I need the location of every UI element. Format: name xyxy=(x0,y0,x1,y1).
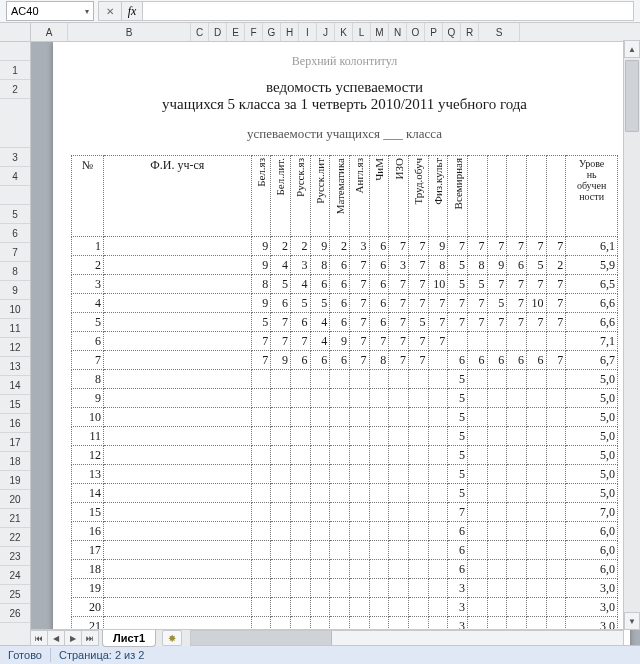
cell-grade[interactable]: 7 xyxy=(546,237,566,256)
cell-grade[interactable] xyxy=(389,598,409,617)
cell-grade[interactable]: 6 xyxy=(310,351,330,370)
cell-grade[interactable] xyxy=(310,541,330,560)
cell-grade[interactable] xyxy=(526,484,546,503)
cell-grade[interactable] xyxy=(290,465,310,484)
cell-grade[interactable] xyxy=(487,389,507,408)
cell-grade[interactable]: 5 xyxy=(271,275,291,294)
cell-grade[interactable]: 7 xyxy=(546,275,566,294)
column-header[interactable]: A xyxy=(31,23,68,41)
cell-grade[interactable] xyxy=(330,560,350,579)
fx-icon[interactable]: fx xyxy=(121,1,142,21)
cell-grade[interactable]: 6 xyxy=(467,351,487,370)
cell-grade[interactable] xyxy=(408,503,428,522)
cell-grade[interactable] xyxy=(546,465,566,484)
cell-grade[interactable] xyxy=(330,522,350,541)
cell-grade[interactable] xyxy=(251,598,271,617)
cell-grade[interactable] xyxy=(349,598,369,617)
cell-grade[interactable] xyxy=(349,389,369,408)
cell-grade[interactable] xyxy=(428,598,448,617)
cell-grade[interactable] xyxy=(487,446,507,465)
cell-grade[interactable]: 7 xyxy=(526,313,546,332)
cell-grade[interactable] xyxy=(507,484,527,503)
cell-grade[interactable] xyxy=(448,332,468,351)
cell-grade[interactable]: 2 xyxy=(546,256,566,275)
vertical-scrollbar[interactable]: ▲ ▼ xyxy=(623,40,640,630)
cell-level[interactable]: 7,0 xyxy=(566,503,618,522)
cell-grade[interactable] xyxy=(330,370,350,389)
cell-grade[interactable] xyxy=(251,465,271,484)
cell-level[interactable]: 6,5 xyxy=(566,275,618,294)
cell-grade[interactable]: 8 xyxy=(251,275,271,294)
cell-grade[interactable] xyxy=(428,446,448,465)
cell-grade[interactable] xyxy=(290,503,310,522)
cell-grade[interactable] xyxy=(487,522,507,541)
cell-grade[interactable] xyxy=(290,579,310,598)
cell-grade[interactable] xyxy=(408,484,428,503)
cell-grade[interactable] xyxy=(330,598,350,617)
cell-grade[interactable] xyxy=(428,541,448,560)
cell-grade[interactable] xyxy=(428,484,448,503)
cell-grade[interactable] xyxy=(546,598,566,617)
cell-grade[interactable] xyxy=(467,408,487,427)
cell-grade[interactable]: 6 xyxy=(369,313,389,332)
cell-grade[interactable] xyxy=(290,598,310,617)
row-header[interactable] xyxy=(0,99,30,148)
cell-no[interactable]: 10 xyxy=(72,408,104,427)
cell-grade[interactable] xyxy=(408,427,428,446)
cell-grade[interactable] xyxy=(271,408,291,427)
cell-grade[interactable] xyxy=(546,427,566,446)
row-header[interactable]: 1 xyxy=(0,61,30,80)
cell-grade[interactable]: 7 xyxy=(487,275,507,294)
cell-grade[interactable] xyxy=(330,579,350,598)
cell-grade[interactable] xyxy=(271,465,291,484)
cell-grade[interactable] xyxy=(467,598,487,617)
cell-level[interactable]: 6,6 xyxy=(566,294,618,313)
cell-grade[interactable] xyxy=(507,370,527,389)
cell-grade[interactable]: 2 xyxy=(330,237,350,256)
cell-grade[interactable]: 7 xyxy=(389,313,409,332)
row-header[interactable]: 5 xyxy=(0,205,30,224)
cell-level[interactable]: 5,0 xyxy=(566,446,618,465)
cell-grade[interactable] xyxy=(428,370,448,389)
cell-grade[interactable] xyxy=(290,560,310,579)
row-header[interactable]: 15 xyxy=(0,395,30,414)
cell-grade[interactable]: 7 xyxy=(546,313,566,332)
cell-grade[interactable] xyxy=(487,408,507,427)
column-header[interactable]: B xyxy=(68,23,191,41)
cell-grade[interactable] xyxy=(467,541,487,560)
cell-grade[interactable] xyxy=(251,446,271,465)
cell-grade[interactable] xyxy=(389,370,409,389)
cell-level[interactable]: 6,0 xyxy=(566,541,618,560)
cell-name[interactable] xyxy=(103,579,251,598)
row-header[interactable]: 9 xyxy=(0,281,30,300)
column-header[interactable]: P xyxy=(425,23,443,41)
cell-grade[interactable] xyxy=(428,427,448,446)
cell-grade[interactable] xyxy=(330,408,350,427)
cell-grade[interactable]: 6 xyxy=(369,256,389,275)
cell-grade[interactable]: 7 xyxy=(271,313,291,332)
cell-grade[interactable] xyxy=(408,389,428,408)
cell-grade[interactable]: 7 xyxy=(428,332,448,351)
cell-grade[interactable] xyxy=(408,541,428,560)
cell-grade[interactable] xyxy=(290,389,310,408)
cell-grade[interactable]: 5 xyxy=(448,389,468,408)
cell-grade[interactable] xyxy=(389,389,409,408)
cell-grade[interactable] xyxy=(546,408,566,427)
cell-level[interactable]: 5,0 xyxy=(566,465,618,484)
cell-grade[interactable] xyxy=(369,522,389,541)
column-header[interactable]: J xyxy=(317,23,335,41)
cell-grade[interactable] xyxy=(271,427,291,446)
cell-grade[interactable] xyxy=(408,598,428,617)
cell-grade[interactable] xyxy=(408,446,428,465)
cell-grade[interactable]: 7 xyxy=(546,294,566,313)
cell-grade[interactable]: 5 xyxy=(448,370,468,389)
row-header[interactable]: 12 xyxy=(0,338,30,357)
cell-grade[interactable]: 7 xyxy=(369,332,389,351)
cell-grade[interactable] xyxy=(507,427,527,446)
cell-name[interactable] xyxy=(103,427,251,446)
cell-grade[interactable]: 6 xyxy=(448,541,468,560)
column-header[interactable]: G xyxy=(263,23,281,41)
cell-grade[interactable] xyxy=(310,522,330,541)
cell-grade[interactable]: 7 xyxy=(428,294,448,313)
cell-grade[interactable]: 7 xyxy=(271,332,291,351)
